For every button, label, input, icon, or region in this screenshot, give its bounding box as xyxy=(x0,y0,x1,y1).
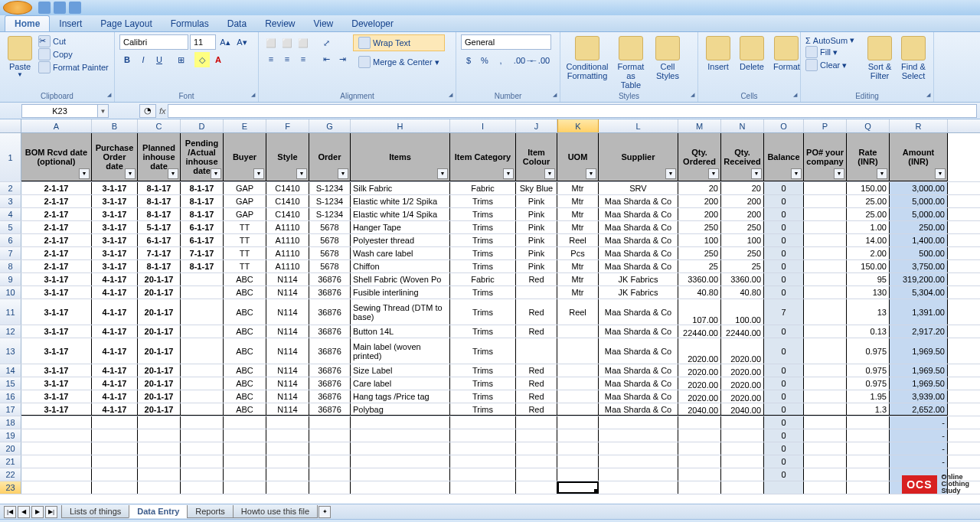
insert-cells-button[interactable]: Insert xyxy=(703,34,733,73)
column-header-B[interactable]: B xyxy=(92,119,138,132)
cell[interactable]: Fusible interlining xyxy=(351,286,450,299)
filter-arrow-icon[interactable]: ▼ xyxy=(79,168,90,179)
cell[interactable]: 150.00 xyxy=(847,182,890,194)
cell[interactable]: C1410 xyxy=(266,182,309,194)
cell[interactable]: Red xyxy=(516,325,557,338)
cell[interactable]: 36876 xyxy=(309,377,351,390)
cell[interactable]: 0 xyxy=(764,429,804,442)
cell[interactable]: 22440.00 xyxy=(678,325,721,338)
cell[interactable]: Mtr xyxy=(557,182,599,194)
cell[interactable] xyxy=(804,468,847,481)
cell[interactable] xyxy=(804,299,847,325)
cell[interactable] xyxy=(21,481,92,494)
cell[interactable] xyxy=(804,338,847,364)
cell[interactable]: Red xyxy=(516,377,557,390)
cell[interactable] xyxy=(138,455,181,468)
cell[interactable]: 2040.00 xyxy=(721,403,764,416)
cell[interactable]: 3360.00 xyxy=(678,273,721,285)
paste-button[interactable]: Paste▼ xyxy=(5,34,35,80)
cell[interactable]: S-1234 xyxy=(309,182,351,194)
cell[interactable]: ABC xyxy=(224,325,266,338)
cell[interactable]: 5,000.00 xyxy=(890,195,948,207)
align-center-button[interactable]: ≡ xyxy=(279,51,295,67)
cell[interactable]: 3-1-17 xyxy=(21,403,92,416)
cell[interactable] xyxy=(804,455,847,468)
cell[interactable] xyxy=(138,442,181,455)
cell[interactable]: 5678 xyxy=(309,221,351,233)
cell[interactable]: 8-1-17 xyxy=(138,195,181,207)
cell[interactable]: Fabric xyxy=(450,182,516,194)
cell[interactable]: N114 xyxy=(266,390,309,403)
cell[interactable]: 1,969.50 xyxy=(890,338,948,364)
comma-button[interactable]: , xyxy=(493,53,508,68)
table-header[interactable]: Purchase Order date▼ xyxy=(92,133,138,181)
cell[interactable]: ABC xyxy=(224,364,266,377)
cell[interactable]: Trims xyxy=(450,338,516,364)
cell[interactable]: 0 xyxy=(764,468,804,481)
column-header-P[interactable]: P xyxy=(804,119,847,132)
cell[interactable] xyxy=(21,429,92,442)
cell[interactable] xyxy=(804,481,847,494)
office-button[interactable] xyxy=(3,1,32,15)
cell[interactable]: Silk Fabric xyxy=(351,182,450,194)
cell[interactable] xyxy=(804,429,847,442)
cell[interactable]: Maa Sharda & Co xyxy=(599,338,678,364)
cell[interactable] xyxy=(309,429,351,442)
cell[interactable]: 100.00 xyxy=(721,299,764,325)
cell[interactable]: Size Label xyxy=(351,364,450,377)
cell[interactable]: Fabric xyxy=(450,273,516,285)
cell[interactable] xyxy=(721,455,764,468)
cell[interactable]: Trims xyxy=(450,286,516,299)
cell[interactable]: Maa Sharda & Co xyxy=(599,234,678,246)
cell[interactable]: 2-1-17 xyxy=(21,208,92,220)
cell[interactable]: ABC xyxy=(224,403,266,416)
cell[interactable]: Sewing Thread (DTM to base) xyxy=(351,299,450,325)
decrease-decimal-button[interactable]: ←.00 xyxy=(532,53,547,68)
cell[interactable] xyxy=(557,403,599,416)
cell[interactable] xyxy=(181,325,224,338)
cell[interactable]: Mtr xyxy=(557,260,599,272)
cell[interactable]: 0 xyxy=(764,234,804,246)
cell[interactable]: Maa Sharda & Co xyxy=(599,325,678,338)
cell[interactable] xyxy=(678,455,721,468)
cell[interactable] xyxy=(557,455,599,468)
cell[interactable]: 8-1-17 xyxy=(181,208,224,220)
cell[interactable]: 2,652.00 xyxy=(890,403,948,416)
row-header[interactable]: 17 xyxy=(0,403,21,416)
cell[interactable]: Maa Sharda & Co xyxy=(599,364,678,377)
cell[interactable]: N114 xyxy=(266,377,309,390)
cell[interactable]: 3-1-17 xyxy=(92,182,138,194)
cell[interactable] xyxy=(92,416,138,429)
table-header[interactable]: Pending /Actual inhouse date▼ xyxy=(181,133,224,181)
cell[interactable]: GAP xyxy=(224,208,266,220)
cell[interactable]: 20-1-17 xyxy=(138,273,181,285)
column-header-M[interactable]: M xyxy=(678,119,721,132)
cell[interactable]: 2-1-17 xyxy=(21,260,92,272)
cell[interactable]: N114 xyxy=(266,273,309,285)
cell[interactable] xyxy=(450,429,516,442)
ribbon-tab-view[interactable]: View xyxy=(304,16,342,31)
cell[interactable] xyxy=(266,416,309,429)
table-header[interactable]: Item Colour▼ xyxy=(516,133,557,181)
cell[interactable]: 0 xyxy=(764,455,804,468)
cell[interactable]: 5678 xyxy=(309,260,351,272)
cell[interactable]: ABC xyxy=(224,299,266,325)
table-header[interactable]: Style▼ xyxy=(266,133,309,181)
row-header[interactable]: 21 xyxy=(0,455,21,468)
cell[interactable] xyxy=(557,390,599,403)
cell[interactable] xyxy=(309,455,351,468)
cell[interactable]: A1110 xyxy=(266,221,309,233)
align-left-button[interactable]: ≡ xyxy=(263,51,279,67)
cell[interactable]: Pink xyxy=(516,260,557,272)
cell[interactable]: JK Fabrics xyxy=(599,286,678,299)
currency-button[interactable]: $ xyxy=(461,53,476,68)
cell[interactable] xyxy=(21,416,92,429)
cell[interactable]: 4-1-17 xyxy=(92,390,138,403)
cell[interactable]: Maa Sharda & Co xyxy=(599,195,678,207)
row-header[interactable]: 8 xyxy=(0,260,21,272)
cell[interactable]: 14.00 xyxy=(847,234,890,246)
cell[interactable]: 200 xyxy=(678,195,721,207)
cell[interactable]: 107.00 xyxy=(678,299,721,325)
cell[interactable]: Trims xyxy=(450,247,516,259)
column-header-K[interactable]: K xyxy=(557,119,599,132)
